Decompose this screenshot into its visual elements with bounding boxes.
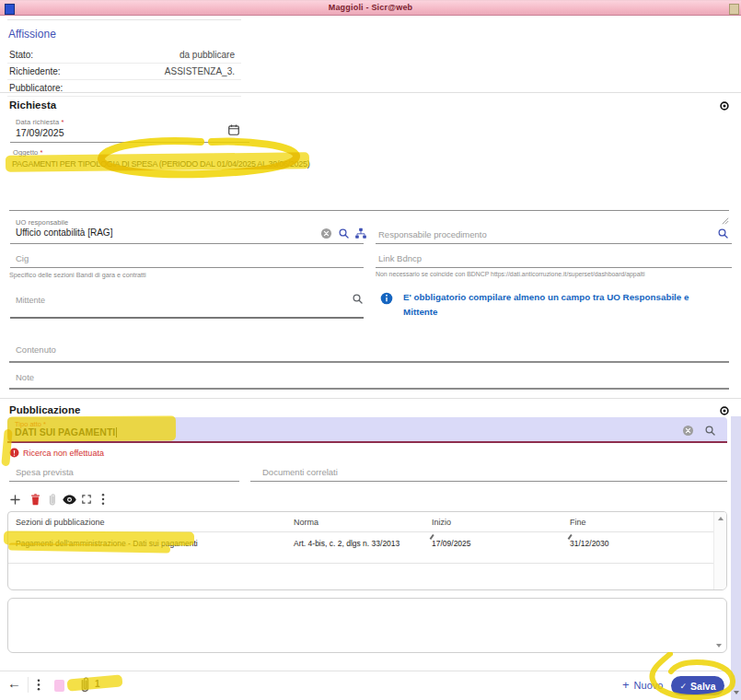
page-scroll-down-icon[interactable]: [734, 691, 739, 694]
pubblicazione-title: Pubblicazione: [9, 404, 80, 415]
stato-row: Stato: da pubblicare: [7, 47, 241, 64]
tag-icon[interactable]: [54, 680, 64, 692]
scroll-up-icon[interactable]: [718, 517, 724, 520]
uo-responsabile-field[interactable]: Ufficio contabilità [RAG]: [16, 228, 112, 238]
oggetto-underline: [9, 210, 729, 211]
add-row-icon[interactable]: [9, 494, 21, 506]
app-window: Maggioli - Sicr@web Affissione Stato: da…: [0, 0, 741, 700]
empty-list-box: [7, 598, 727, 653]
uo-underline: [10, 243, 364, 244]
richiedente-value: ASSISTENZA_3.: [165, 66, 235, 76]
page-title: Affissione: [7, 20, 241, 47]
page-scrollbar[interactable]: [731, 416, 741, 700]
info-message: E' obbligatorio compilare almeno un camp…: [403, 290, 709, 320]
data-richiesta-field[interactable]: 17/09/2025: [16, 127, 64, 138]
pubblicazione-section: Pubblicazione Tipo atto * DATI SUI PAGAM…: [0, 398, 741, 671]
calendar-icon[interactable]: [227, 123, 240, 136]
header-fine: Fine: [566, 518, 726, 527]
uo-search-icon[interactable]: [338, 228, 350, 239]
richiedente-label: Richiedente:: [9, 66, 61, 76]
cig-field[interactable]: Cig: [16, 253, 29, 263]
stato-value: da pubblicare: [179, 50, 235, 60]
error-message: Ricerca non effettuata: [23, 449, 104, 458]
header-sezioni: Sezioni di pubblicazione: [8, 518, 290, 527]
kebab-menu-icon[interactable]: [101, 493, 105, 506]
table-header-row: Sezioni di pubblicazione Norma Inizio Fi…: [8, 512, 726, 532]
attachment-paperclip-icon[interactable]: [78, 676, 91, 694]
target-icon[interactable]: [720, 101, 729, 111]
mittente-field[interactable]: Mittente: [16, 296, 45, 305]
sezioni-table: Sezioni di pubblicazione Norma Inizio Fi…: [7, 511, 727, 590]
salva-button[interactable]: ✓ Salva: [671, 676, 724, 695]
delete-row-icon[interactable]: [29, 493, 41, 506]
documenti-underline: [250, 481, 727, 482]
spesa-underline: [9, 481, 239, 482]
check-icon: ✓: [680, 682, 688, 691]
data-richiesta-underline: [10, 142, 249, 143]
error-icon: [9, 448, 19, 458]
attach-row-icon[interactable]: [47, 493, 57, 507]
link-bdncp-helper-text: Non necessario se coincide con BDNCP htt…: [376, 271, 645, 277]
tipo-atto-search-icon[interactable]: [704, 425, 716, 437]
note-underline: [9, 388, 729, 390]
richiedente-row: Richiedente: ASSISTENZA_3.: [7, 64, 241, 80]
target-icon[interactable]: [720, 406, 729, 415]
cig-helper-text: Specifico delle sezioni Bandi di gara e …: [9, 271, 146, 279]
uo-responsabile-label: UO responsabile: [16, 218, 68, 227]
data-richiesta-label: Data richiesta *: [16, 118, 64, 126]
contenuto-field[interactable]: Contenuto: [16, 344, 56, 355]
affissione-panel: Affissione Stato: da pubblicare Richiede…: [7, 19, 241, 97]
cell-sezione: Pagamenti dell'amministrazione - Dati su…: [8, 532, 290, 548]
table-row[interactable]: Pagamenti dell'amministrazione - Dati su…: [8, 532, 726, 564]
cell-inizio[interactable]: 17/09/2025: [428, 532, 566, 548]
back-arrow-icon[interactable]: ←: [7, 675, 21, 691]
richiesta-section: Richiesta Data richiesta * 17/09/2025 Og…: [0, 92, 741, 398]
header-norma: Norma: [290, 518, 428, 527]
attachment-count: 1: [95, 679, 100, 689]
stato-label: Stato:: [9, 50, 33, 60]
cell-fine[interactable]: 31/12/2030: [566, 532, 726, 548]
tipo-atto-clear-icon[interactable]: [682, 425, 694, 437]
footer-toolbar: ← 1 + Nuovo ✓ Salva: [0, 671, 741, 700]
plus-icon: +: [622, 679, 630, 691]
mittente-underline: [10, 317, 364, 319]
window-titlebar: Maggioli - Sicr@web: [0, 0, 741, 16]
divider: [28, 677, 29, 693]
responsabile-underline: [376, 243, 732, 244]
note-field[interactable]: Note: [16, 372, 34, 382]
preview-eye-icon[interactable]: [63, 495, 76, 505]
org-tree-icon[interactable]: [354, 228, 367, 239]
window-control-button[interactable]: [729, 4, 739, 15]
window-title: Maggioli - Sicr@web: [0, 3, 741, 12]
richiesta-title: Richiesta: [9, 99, 56, 111]
scroll-down-icon[interactable]: [716, 644, 722, 648]
oggetto-label: Oggetto *: [13, 148, 43, 157]
responsabile-procedimento-field[interactable]: Responsabile procedimento: [378, 229, 487, 239]
link-bdncp-field[interactable]: Link Bdncp: [378, 253, 422, 263]
responsabile-search-icon[interactable]: [717, 228, 729, 239]
mittente-search-icon[interactable]: [352, 293, 364, 305]
oggetto-field[interactable]: PAGAMENTI PER TIPOLOGIA DI SPESA (PERIOD…: [12, 159, 309, 169]
link-bdncp-underline: [376, 267, 732, 268]
table-scrollbar[interactable]: [713, 512, 726, 589]
text-cursor: [116, 427, 117, 438]
cig-underline: [10, 267, 364, 268]
documenti-correlati-field[interactable]: Documenti correlati: [262, 467, 338, 477]
tipo-atto-field[interactable]: Tipo atto * DATI SUI PAGAMENTI: [7, 417, 727, 443]
expand-icon[interactable]: [81, 494, 92, 505]
tipo-atto-value: DATI SUI PAGAMENTI: [15, 426, 117, 438]
spesa-prevista-field[interactable]: Spesa prevista: [16, 467, 74, 477]
nuovo-button[interactable]: + Nuovo: [622, 679, 663, 691]
uo-clear-icon[interactable]: [320, 228, 332, 239]
footer-kebab-menu-icon[interactable]: [37, 678, 41, 692]
contenuto-underline: [9, 361, 729, 363]
resize-grip-icon[interactable]: [722, 212, 729, 228]
header-inizio: Inizio: [428, 518, 566, 527]
info-icon: [380, 292, 393, 305]
cell-norma: Art. 4-bis, c. 2, dlgs n. 33/2013: [290, 532, 428, 548]
